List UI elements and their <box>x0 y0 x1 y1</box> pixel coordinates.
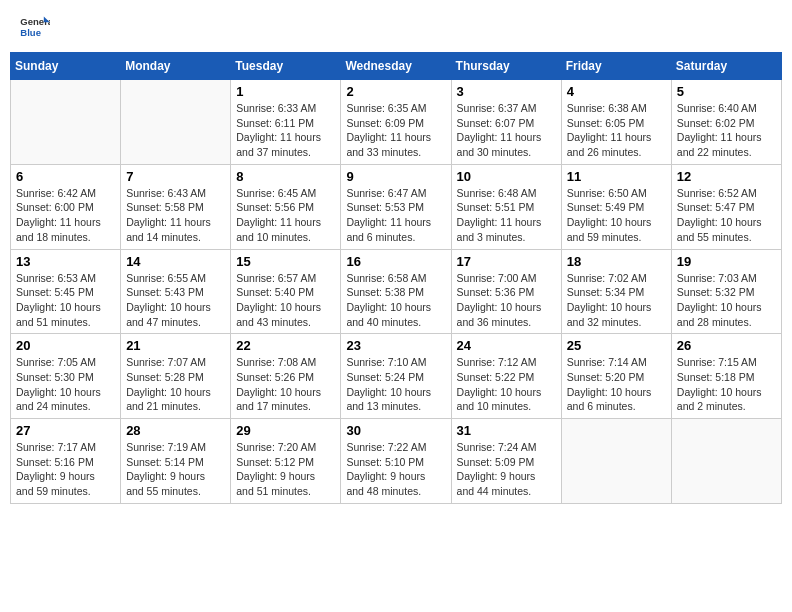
calendar-cell: 6Sunrise: 6:42 AM Sunset: 6:00 PM Daylig… <box>11 164 121 249</box>
weekday-header-wednesday: Wednesday <box>341 53 451 80</box>
weekday-header-thursday: Thursday <box>451 53 561 80</box>
calendar-week-row: 6Sunrise: 6:42 AM Sunset: 6:00 PM Daylig… <box>11 164 782 249</box>
day-number: 5 <box>677 84 776 99</box>
calendar-cell: 25Sunrise: 7:14 AM Sunset: 5:20 PM Dayli… <box>561 334 671 419</box>
calendar-week-row: 13Sunrise: 6:53 AM Sunset: 5:45 PM Dayli… <box>11 249 782 334</box>
day-info: Sunrise: 7:08 AM Sunset: 5:26 PM Dayligh… <box>236 355 335 414</box>
day-info: Sunrise: 7:00 AM Sunset: 5:36 PM Dayligh… <box>457 271 556 330</box>
day-number: 14 <box>126 254 225 269</box>
calendar-cell: 27Sunrise: 7:17 AM Sunset: 5:16 PM Dayli… <box>11 419 121 504</box>
day-info: Sunrise: 7:15 AM Sunset: 5:18 PM Dayligh… <box>677 355 776 414</box>
weekday-header-tuesday: Tuesday <box>231 53 341 80</box>
day-info: Sunrise: 6:50 AM Sunset: 5:49 PM Dayligh… <box>567 186 666 245</box>
calendar-cell: 16Sunrise: 6:58 AM Sunset: 5:38 PM Dayli… <box>341 249 451 334</box>
logo: General Blue <box>20 15 50 37</box>
calendar-cell: 18Sunrise: 7:02 AM Sunset: 5:34 PM Dayli… <box>561 249 671 334</box>
day-info: Sunrise: 6:45 AM Sunset: 5:56 PM Dayligh… <box>236 186 335 245</box>
day-number: 22 <box>236 338 335 353</box>
day-number: 18 <box>567 254 666 269</box>
day-info: Sunrise: 7:10 AM Sunset: 5:24 PM Dayligh… <box>346 355 445 414</box>
day-info: Sunrise: 6:53 AM Sunset: 5:45 PM Dayligh… <box>16 271 115 330</box>
calendar-header-row: SundayMondayTuesdayWednesdayThursdayFrid… <box>11 53 782 80</box>
day-number: 25 <box>567 338 666 353</box>
day-info: Sunrise: 6:57 AM Sunset: 5:40 PM Dayligh… <box>236 271 335 330</box>
svg-text:Blue: Blue <box>20 27 41 37</box>
day-info: Sunrise: 7:14 AM Sunset: 5:20 PM Dayligh… <box>567 355 666 414</box>
logo-icon: General Blue <box>20 15 50 37</box>
page-header: General Blue <box>10 10 782 42</box>
day-info: Sunrise: 7:12 AM Sunset: 5:22 PM Dayligh… <box>457 355 556 414</box>
calendar-cell: 13Sunrise: 6:53 AM Sunset: 5:45 PM Dayli… <box>11 249 121 334</box>
calendar-cell: 3Sunrise: 6:37 AM Sunset: 6:07 PM Daylig… <box>451 80 561 165</box>
day-number: 30 <box>346 423 445 438</box>
day-info: Sunrise: 6:43 AM Sunset: 5:58 PM Dayligh… <box>126 186 225 245</box>
day-info: Sunrise: 7:24 AM Sunset: 5:09 PM Dayligh… <box>457 440 556 499</box>
day-info: Sunrise: 7:20 AM Sunset: 5:12 PM Dayligh… <box>236 440 335 499</box>
day-number: 24 <box>457 338 556 353</box>
day-number: 8 <box>236 169 335 184</box>
day-number: 31 <box>457 423 556 438</box>
day-number: 3 <box>457 84 556 99</box>
day-number: 19 <box>677 254 776 269</box>
day-info: Sunrise: 7:19 AM Sunset: 5:14 PM Dayligh… <box>126 440 225 499</box>
day-info: Sunrise: 7:17 AM Sunset: 5:16 PM Dayligh… <box>16 440 115 499</box>
weekday-header-monday: Monday <box>121 53 231 80</box>
day-number: 17 <box>457 254 556 269</box>
day-number: 20 <box>16 338 115 353</box>
calendar-cell: 5Sunrise: 6:40 AM Sunset: 6:02 PM Daylig… <box>671 80 781 165</box>
day-number: 9 <box>346 169 445 184</box>
day-number: 13 <box>16 254 115 269</box>
day-number: 15 <box>236 254 335 269</box>
calendar-week-row: 20Sunrise: 7:05 AM Sunset: 5:30 PM Dayli… <box>11 334 782 419</box>
calendar-cell <box>11 80 121 165</box>
day-info: Sunrise: 7:02 AM Sunset: 5:34 PM Dayligh… <box>567 271 666 330</box>
day-number: 11 <box>567 169 666 184</box>
day-info: Sunrise: 7:22 AM Sunset: 5:10 PM Dayligh… <box>346 440 445 499</box>
calendar-cell: 29Sunrise: 7:20 AM Sunset: 5:12 PM Dayli… <box>231 419 341 504</box>
day-info: Sunrise: 6:48 AM Sunset: 5:51 PM Dayligh… <box>457 186 556 245</box>
calendar-cell: 26Sunrise: 7:15 AM Sunset: 5:18 PM Dayli… <box>671 334 781 419</box>
day-info: Sunrise: 6:35 AM Sunset: 6:09 PM Dayligh… <box>346 101 445 160</box>
calendar-cell: 4Sunrise: 6:38 AM Sunset: 6:05 PM Daylig… <box>561 80 671 165</box>
calendar-cell <box>121 80 231 165</box>
day-number: 28 <box>126 423 225 438</box>
calendar-cell: 12Sunrise: 6:52 AM Sunset: 5:47 PM Dayli… <box>671 164 781 249</box>
calendar-cell: 19Sunrise: 7:03 AM Sunset: 5:32 PM Dayli… <box>671 249 781 334</box>
day-info: Sunrise: 7:03 AM Sunset: 5:32 PM Dayligh… <box>677 271 776 330</box>
day-info: Sunrise: 6:42 AM Sunset: 6:00 PM Dayligh… <box>16 186 115 245</box>
day-number: 6 <box>16 169 115 184</box>
calendar-table: SundayMondayTuesdayWednesdayThursdayFrid… <box>10 52 782 504</box>
day-info: Sunrise: 6:47 AM Sunset: 5:53 PM Dayligh… <box>346 186 445 245</box>
calendar-cell <box>671 419 781 504</box>
day-number: 10 <box>457 169 556 184</box>
calendar-cell: 21Sunrise: 7:07 AM Sunset: 5:28 PM Dayli… <box>121 334 231 419</box>
weekday-header-saturday: Saturday <box>671 53 781 80</box>
calendar-cell: 7Sunrise: 6:43 AM Sunset: 5:58 PM Daylig… <box>121 164 231 249</box>
weekday-header-friday: Friday <box>561 53 671 80</box>
calendar-cell: 9Sunrise: 6:47 AM Sunset: 5:53 PM Daylig… <box>341 164 451 249</box>
calendar-cell <box>561 419 671 504</box>
day-number: 23 <box>346 338 445 353</box>
calendar-cell: 23Sunrise: 7:10 AM Sunset: 5:24 PM Dayli… <box>341 334 451 419</box>
calendar-week-row: 1Sunrise: 6:33 AM Sunset: 6:11 PM Daylig… <box>11 80 782 165</box>
day-info: Sunrise: 7:05 AM Sunset: 5:30 PM Dayligh… <box>16 355 115 414</box>
day-number: 29 <box>236 423 335 438</box>
calendar-cell: 10Sunrise: 6:48 AM Sunset: 5:51 PM Dayli… <box>451 164 561 249</box>
day-number: 16 <box>346 254 445 269</box>
day-info: Sunrise: 6:55 AM Sunset: 5:43 PM Dayligh… <box>126 271 225 330</box>
day-number: 12 <box>677 169 776 184</box>
day-info: Sunrise: 6:52 AM Sunset: 5:47 PM Dayligh… <box>677 186 776 245</box>
day-info: Sunrise: 6:40 AM Sunset: 6:02 PM Dayligh… <box>677 101 776 160</box>
day-number: 1 <box>236 84 335 99</box>
calendar-cell: 24Sunrise: 7:12 AM Sunset: 5:22 PM Dayli… <box>451 334 561 419</box>
day-number: 7 <box>126 169 225 184</box>
calendar-cell: 1Sunrise: 6:33 AM Sunset: 6:11 PM Daylig… <box>231 80 341 165</box>
day-number: 26 <box>677 338 776 353</box>
day-number: 2 <box>346 84 445 99</box>
calendar-cell: 31Sunrise: 7:24 AM Sunset: 5:09 PM Dayli… <box>451 419 561 504</box>
calendar-week-row: 27Sunrise: 7:17 AM Sunset: 5:16 PM Dayli… <box>11 419 782 504</box>
calendar-cell: 15Sunrise: 6:57 AM Sunset: 5:40 PM Dayli… <box>231 249 341 334</box>
calendar-cell: 11Sunrise: 6:50 AM Sunset: 5:49 PM Dayli… <box>561 164 671 249</box>
weekday-header-sunday: Sunday <box>11 53 121 80</box>
day-number: 4 <box>567 84 666 99</box>
